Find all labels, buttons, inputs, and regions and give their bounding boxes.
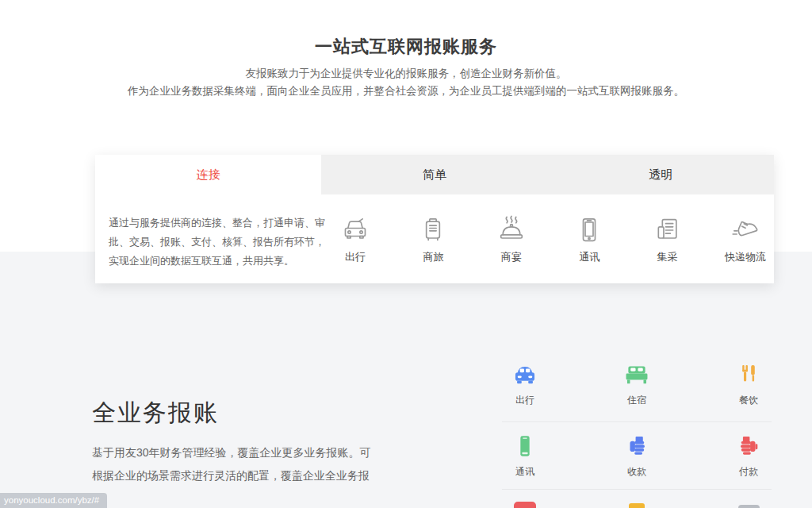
suitcase-icon bbox=[417, 214, 449, 246]
grid-item-partial bbox=[614, 490, 660, 508]
page: 一站式互联网报账服务 友报账致力于为企业提供专业化的报账服务，创造企业财务新价值… bbox=[0, 0, 812, 508]
tab-simple[interactable]: 简单 bbox=[321, 155, 547, 194]
service-travel: 出行 bbox=[333, 194, 377, 283]
hero-subtitle-line2: 作为企业业务数据采集终端，面向企业全员应用，并整合社会资源，为企业员工提供端到端… bbox=[0, 84, 812, 98]
grid-item-label: 出行 bbox=[515, 394, 534, 407]
grid-item-dining: 餐饮 bbox=[726, 352, 772, 421]
mobile-icon bbox=[511, 433, 538, 460]
tab-description: 通过与服务提供商的连接、整合，打通申请、审批、交易、报账、支付、核算、报告所有环… bbox=[109, 214, 331, 271]
car-icon bbox=[511, 361, 538, 388]
feature-card: 连接 简单 透明 通过与服务提供商的连接、整合，打通申请、审批、交易、报账、支付… bbox=[95, 155, 774, 283]
service-label: 商宴 bbox=[501, 250, 522, 264]
grid-item-travel: 出行 bbox=[502, 352, 548, 421]
grid-item-receive: 收款 bbox=[614, 422, 660, 489]
tab-panel-connect: 通过与服务提供商的连接、整合，打通申请、审批、交易、报账、支付、核算、报告所有环… bbox=[95, 194, 774, 283]
phone-icon bbox=[573, 214, 605, 246]
partial-icon bbox=[629, 503, 645, 508]
delivery-shoe-icon bbox=[730, 214, 761, 246]
grid-item-telecom: 通讯 bbox=[502, 422, 548, 489]
newspaper-icon bbox=[652, 214, 684, 246]
service-icons-row: 出行 商旅 bbox=[333, 194, 768, 283]
cutlery-icon bbox=[735, 361, 762, 388]
section-description: 基于用友30年财务管理经验，覆盖企业更多业务报账。可根据企业的场景需求进行灵活的… bbox=[92, 441, 377, 508]
grid-item-label: 通讯 bbox=[515, 465, 534, 479]
business-icon-grid: 出行 住宿 bbox=[502, 352, 772, 508]
grid-item-label: 收款 bbox=[627, 465, 646, 479]
service-telecom: 通讯 bbox=[567, 194, 611, 283]
grid-item-hotel: 住宿 bbox=[614, 352, 660, 421]
grid-row: 出行 住宿 bbox=[502, 352, 772, 422]
service-label: 商旅 bbox=[423, 250, 443, 264]
grid-item-label: 付款 bbox=[739, 465, 758, 479]
grid-item-label: 餐饮 bbox=[739, 394, 758, 407]
section-title: 全业务报账 bbox=[92, 397, 219, 429]
grid-row: 通讯 收款 bbox=[502, 422, 772, 490]
service-logistics: 快递物流 bbox=[723, 194, 768, 283]
receive-money-icon bbox=[623, 433, 650, 460]
service-procurement: 集采 bbox=[645, 194, 690, 283]
grid-item-partial bbox=[726, 490, 772, 508]
status-bar-url: yonyoucloud.com/ybz/# bbox=[0, 493, 107, 508]
pay-money-icon bbox=[735, 433, 762, 460]
service-label: 快递物流 bbox=[725, 250, 766, 264]
hero-subtitle-line1: 友报账致力于为企业提供专业化的报账服务，创造企业财务新价值。 bbox=[0, 67, 812, 81]
service-label: 集采 bbox=[657, 250, 678, 264]
service-banquet: 商宴 bbox=[489, 194, 534, 283]
service-business-trip: 商旅 bbox=[411, 194, 455, 283]
taxi-icon bbox=[339, 214, 371, 246]
partial-icon bbox=[514, 502, 536, 508]
grid-item-pay: 付款 bbox=[726, 422, 772, 489]
grid-item-partial bbox=[502, 490, 548, 508]
grid-row-partial bbox=[502, 490, 772, 508]
tab-bar: 连接 简单 透明 bbox=[95, 155, 774, 194]
page-title: 一站式互联网报账服务 bbox=[0, 35, 812, 59]
tab-transparent[interactable]: 透明 bbox=[548, 155, 774, 194]
tab-connect[interactable]: 连接 bbox=[95, 155, 321, 194]
food-dome-icon bbox=[496, 214, 527, 246]
grid-item-label: 住宿 bbox=[627, 394, 646, 407]
partial-icon bbox=[738, 505, 760, 508]
bed-icon bbox=[623, 361, 650, 388]
service-label: 通讯 bbox=[579, 250, 599, 264]
service-label: 出行 bbox=[345, 250, 366, 264]
